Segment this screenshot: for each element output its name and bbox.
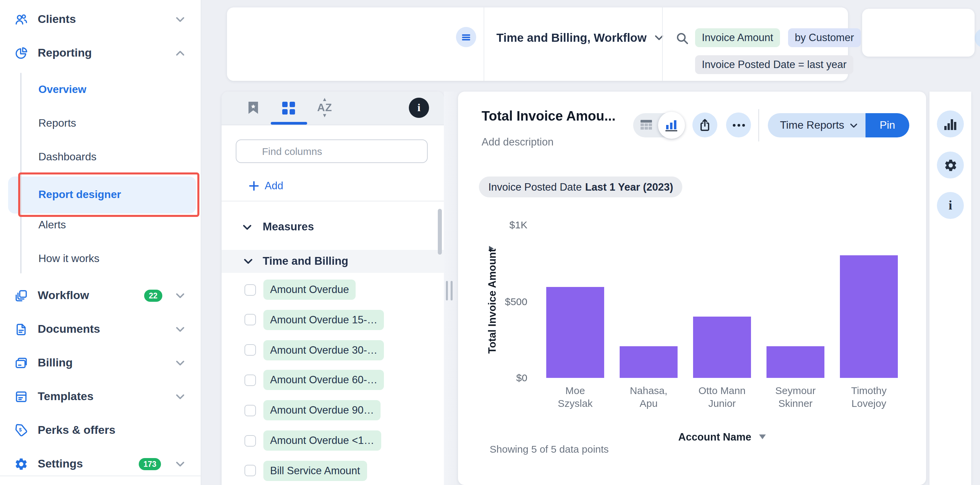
sidebar: Clients Reporting Overview Reports Dashb… [0,0,201,485]
panel-info-button[interactable]: i [409,98,429,118]
measures-section-header[interactable]: Measures [221,216,444,238]
chevron-down-icon [176,394,185,399]
clear-query-button[interactable] [975,28,980,48]
field-checkbox[interactable] [245,284,256,296]
field-row: Amount Overdue 15-… [221,310,444,330]
info-icon: i [418,102,421,114]
query-chip-dimension[interactable]: by Customer [788,28,861,47]
plus-icon [249,181,259,191]
sidebar-item-reports[interactable]: Reports [0,113,201,134]
settings-gear-icon [14,457,28,471]
columns-panel: ▲ AZ ▼ i Add Measures Time and Billing A… [221,92,444,485]
chart-settings-button[interactable] [937,110,964,137]
sidebar-item-billing[interactable]: Billing [0,348,201,378]
query-bar-card: Time and Billing, Workflow Invoice Amoun… [227,7,848,81]
sidebar-item-workflow[interactable]: Workflow 22 [0,281,201,310]
field-chip[interactable]: Amount Overdue 15-… [263,310,384,330]
app-root: Clients Reporting Overview Reports Dashb… [0,0,980,485]
grid-tab-icon[interactable] [282,102,295,114]
sidebar-item-clients[interactable]: Clients [0,5,201,34]
info-rail-button[interactable]: i [937,192,964,219]
panel-resize-handle[interactable] [446,281,454,301]
sidebar-item-perks-offers[interactable]: $ Perks & offers [0,416,201,445]
sidebar-item-report-designer[interactable]: Report designer [0,184,201,205]
gear-icon [943,158,958,172]
measures-section-label: Measures [262,220,314,233]
divider [221,201,444,201]
chart-bar[interactable] [693,316,751,378]
sidebar-item-templates[interactable]: Templates [0,382,201,412]
perks-tag-icon: $ [14,423,28,437]
templates-icon [14,390,28,404]
field-checkbox[interactable] [245,375,256,386]
divider [484,7,484,81]
bar-chart-icon [943,117,957,131]
chevron-down-icon [242,224,252,231]
sidebar-item-overview[interactable]: Overview [0,80,201,100]
field-chip[interactable]: Amount Overdue <1… [263,431,381,451]
info-icon: i [949,198,952,213]
columns-panel-tabs: ▲ AZ ▼ i [221,92,444,125]
sidebar-item-how-it-works[interactable]: How it works [0,248,201,269]
sidebar-item-label: Documents [38,323,100,336]
divider [662,7,663,81]
billing-icon [14,356,28,370]
sidebar-item-label: Perks & offers [38,424,116,437]
sidebar-item-dashboards[interactable]: Dashboards [0,147,201,167]
workflow-count-badge: 22 [144,289,162,302]
field-chip[interactable]: Amount Overdue [263,280,356,300]
field-checkbox[interactable] [245,465,256,477]
chart-bar[interactable] [620,347,678,378]
field-chip[interactable]: Amount Overdue 90… [263,400,380,420]
chart-bar[interactable] [546,287,604,378]
az-sort-tab-icon[interactable]: ▲ AZ ▼ [315,97,335,119]
field-chip[interactable]: Amount Overdue 60-… [263,370,384,390]
settings-rail-button[interactable] [937,151,964,178]
clients-icon [14,13,28,27]
field-row: Amount Overdue <1… [221,431,444,451]
sidebar-item-reporting[interactable]: Reporting [0,38,201,68]
sidebar-item-label: Clients [38,13,76,26]
field-checkbox[interactable] [245,435,256,446]
workflow-icon [14,289,28,303]
group-section-label: Time and Billing [262,254,348,267]
query-menu-button[interactable] [456,27,476,47]
x-tick-label: TimothyLovejoy [829,384,909,410]
x-tick-label: SeymourSkinner [755,384,836,410]
scrollbar-thumb[interactable] [438,209,442,254]
find-columns-input[interactable] [236,140,428,163]
chart-bar[interactable] [767,347,824,378]
settings-count-badge: 173 [139,458,161,470]
sidebar-item-label: Reporting [38,46,92,60]
field-chip[interactable]: Amount Overdue 30-… [263,340,384,360]
chevron-down-icon [176,360,185,366]
dropdown-triangle-icon [759,434,766,439]
dataset-selector[interactable]: Time and Billing, Workflow [496,28,663,48]
field-checkbox[interactable] [245,404,256,416]
group-section-header[interactable]: Time and Billing [221,250,444,273]
chevron-down-icon [176,461,185,467]
sidebar-item-documents[interactable]: Documents [0,315,201,344]
field-list: Amount OverdueAmount Overdue 15-…Amount … [221,273,444,485]
field-checkbox[interactable] [245,344,256,356]
sidebar-item-settings[interactable]: Settings 173 [0,449,201,479]
sidebar-item-label: Workflow [38,289,89,302]
sidebar-item-alerts[interactable]: Alerts [0,215,201,235]
sidebar-item-label: Templates [38,390,94,404]
search-icon [676,32,689,45]
field-row: Amount Overdue 30-… [221,340,444,360]
chevron-down-icon [176,327,185,332]
sidebar-item-label: Billing [38,356,73,370]
query-chip-measure[interactable]: Invoice Amount [695,28,780,47]
field-row: Amount Overdue 60-… [221,370,444,390]
field-chip[interactable]: Bill Service Amount [263,461,367,481]
chevron-down-icon [176,17,185,22]
field-checkbox[interactable] [245,314,256,326]
x-axis-label[interactable]: Account Name [641,431,803,443]
chart-bar[interactable] [840,256,898,378]
documents-icon [14,322,28,337]
bookmark-tab-icon[interactable] [248,101,259,114]
query-chip-filter[interactable]: Invoice Posted Date = last year [695,55,853,74]
y-tick-label: $0 [474,372,527,383]
add-column-button[interactable]: Add [249,179,283,192]
